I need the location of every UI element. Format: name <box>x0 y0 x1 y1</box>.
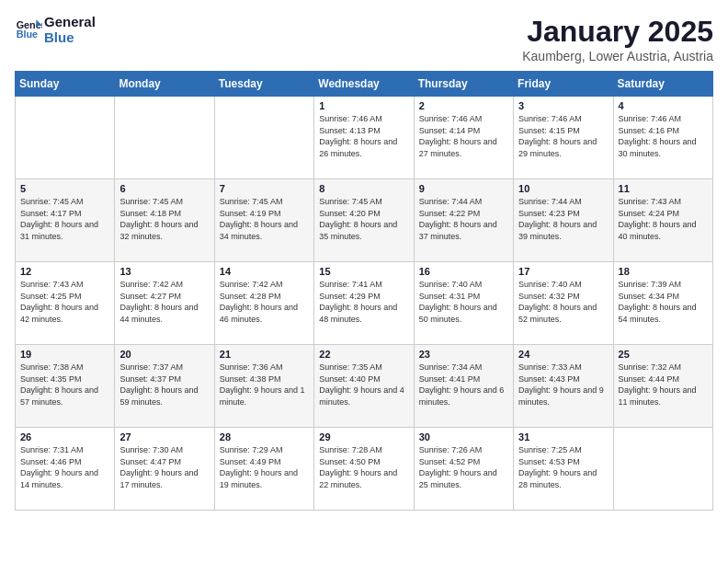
calendar-cell: 1Sunrise: 7:46 AM Sunset: 4:13 PM Daylig… <box>314 97 414 179</box>
day-number: 1 <box>319 100 408 111</box>
day-number: 18 <box>619 266 708 277</box>
cell-content: Sunrise: 7:43 AM Sunset: 4:25 PM Dayligh… <box>20 279 109 325</box>
day-header-tuesday: Tuesday <box>214 72 313 97</box>
day-number: 27 <box>119 431 209 442</box>
cell-content: Sunrise: 7:44 AM Sunset: 4:23 PM Dayligh… <box>518 196 608 242</box>
day-number: 24 <box>518 349 608 360</box>
day-number: 12 <box>20 266 109 277</box>
month-title: January 2025 <box>522 15 713 49</box>
logo-blue: Blue <box>44 30 96 46</box>
cell-content: Sunrise: 7:36 AM Sunset: 4:38 PM Dayligh… <box>220 362 309 408</box>
cell-content: Sunrise: 7:46 AM Sunset: 4:16 PM Dayligh… <box>619 113 708 159</box>
days-header-row: SundayMondayTuesdayWednesdayThursdayFrid… <box>16 72 713 97</box>
calendar-cell: 25Sunrise: 7:32 AM Sunset: 4:44 PM Dayli… <box>613 345 712 428</box>
calendar-cell: 18Sunrise: 7:39 AM Sunset: 4:34 PM Dayli… <box>613 262 712 345</box>
cell-content: Sunrise: 7:34 AM Sunset: 4:41 PM Dayligh… <box>419 362 508 408</box>
day-number: 4 <box>619 100 708 111</box>
calendar-cell: 10Sunrise: 7:44 AM Sunset: 4:23 PM Dayli… <box>514 179 613 262</box>
calendar-cell: 2Sunrise: 7:46 AM Sunset: 4:14 PM Daylig… <box>414 97 513 179</box>
cell-content: Sunrise: 7:45 AM Sunset: 4:18 PM Dayligh… <box>119 196 209 242</box>
calendar-cell: 20Sunrise: 7:37 AM Sunset: 4:37 PM Dayli… <box>115 345 214 428</box>
cell-content: Sunrise: 7:42 AM Sunset: 4:28 PM Dayligh… <box>220 279 309 325</box>
cell-content: Sunrise: 7:40 AM Sunset: 4:32 PM Dayligh… <box>518 279 608 325</box>
cell-content: Sunrise: 7:44 AM Sunset: 4:22 PM Dayligh… <box>419 196 508 242</box>
calendar-cell: 11Sunrise: 7:43 AM Sunset: 4:24 PM Dayli… <box>613 179 712 262</box>
calendar-week-row: 5Sunrise: 7:45 AM Sunset: 4:17 PM Daylig… <box>16 179 713 262</box>
calendar-cell: 31Sunrise: 7:25 AM Sunset: 4:53 PM Dayli… <box>514 428 613 511</box>
cell-content: Sunrise: 7:31 AM Sunset: 4:46 PM Dayligh… <box>20 444 109 490</box>
day-number: 26 <box>20 431 109 442</box>
day-number: 31 <box>518 431 608 442</box>
calendar-cell: 29Sunrise: 7:28 AM Sunset: 4:50 PM Dayli… <box>314 428 414 511</box>
day-number: 14 <box>220 266 309 277</box>
calendar-table: SundayMondayTuesdayWednesdayThursdayFrid… <box>15 71 713 511</box>
cell-content: Sunrise: 7:35 AM Sunset: 4:40 PM Dayligh… <box>319 362 408 408</box>
day-number: 8 <box>319 183 408 194</box>
calendar-cell: 3Sunrise: 7:46 AM Sunset: 4:15 PM Daylig… <box>514 97 613 179</box>
cell-content: Sunrise: 7:42 AM Sunset: 4:27 PM Dayligh… <box>119 279 209 325</box>
calendar-cell: 8Sunrise: 7:45 AM Sunset: 4:20 PM Daylig… <box>314 179 414 262</box>
cell-content: Sunrise: 7:46 AM Sunset: 4:15 PM Dayligh… <box>518 113 608 159</box>
day-number: 2 <box>419 100 508 111</box>
cell-content: Sunrise: 7:30 AM Sunset: 4:47 PM Dayligh… <box>119 444 209 490</box>
cell-content: Sunrise: 7:45 AM Sunset: 4:17 PM Dayligh… <box>20 196 109 242</box>
cell-content: Sunrise: 7:40 AM Sunset: 4:31 PM Dayligh… <box>419 279 508 325</box>
day-header-saturday: Saturday <box>613 72 712 97</box>
calendar-cell: 7Sunrise: 7:45 AM Sunset: 4:19 PM Daylig… <box>214 179 313 262</box>
cell-content: Sunrise: 7:26 AM Sunset: 4:52 PM Dayligh… <box>419 444 508 490</box>
day-number: 10 <box>518 183 608 194</box>
day-number: 17 <box>518 266 608 277</box>
day-number: 13 <box>119 266 209 277</box>
cell-content: Sunrise: 7:38 AM Sunset: 4:35 PM Dayligh… <box>20 362 109 408</box>
day-header-wednesday: Wednesday <box>314 72 414 97</box>
logo-general: General <box>44 15 96 30</box>
day-number: 23 <box>419 349 508 360</box>
calendar-cell: 19Sunrise: 7:38 AM Sunset: 4:35 PM Dayli… <box>16 345 115 428</box>
calendar-cell: 6Sunrise: 7:45 AM Sunset: 4:18 PM Daylig… <box>115 179 214 262</box>
day-number: 25 <box>619 349 708 360</box>
calendar-cell: 23Sunrise: 7:34 AM Sunset: 4:41 PM Dayli… <box>414 345 513 428</box>
calendar-cell: 27Sunrise: 7:30 AM Sunset: 4:47 PM Dayli… <box>115 428 214 511</box>
calendar-week-row: 12Sunrise: 7:43 AM Sunset: 4:25 PM Dayli… <box>16 262 713 345</box>
calendar-cell: 13Sunrise: 7:42 AM Sunset: 4:27 PM Dayli… <box>115 262 214 345</box>
day-number: 3 <box>518 100 608 111</box>
cell-content: Sunrise: 7:29 AM Sunset: 4:49 PM Dayligh… <box>220 444 309 490</box>
location-title: Kaumberg, Lower Austria, Austria <box>522 49 713 63</box>
title-section: January 2025 Kaumberg, Lower Austria, Au… <box>522 15 713 63</box>
cell-content: Sunrise: 7:32 AM Sunset: 4:44 PM Dayligh… <box>619 362 708 408</box>
day-number: 30 <box>419 431 508 442</box>
calendar-cell: 30Sunrise: 7:26 AM Sunset: 4:52 PM Dayli… <box>414 428 513 511</box>
day-header-friday: Friday <box>514 72 613 97</box>
day-number: 16 <box>419 266 508 277</box>
cell-content: Sunrise: 7:46 AM Sunset: 4:13 PM Dayligh… <box>319 113 408 159</box>
calendar-cell: 26Sunrise: 7:31 AM Sunset: 4:46 PM Dayli… <box>16 428 115 511</box>
day-number: 15 <box>319 266 408 277</box>
calendar-cell: 5Sunrise: 7:45 AM Sunset: 4:17 PM Daylig… <box>16 179 115 262</box>
cell-content: Sunrise: 7:39 AM Sunset: 4:34 PM Dayligh… <box>619 279 708 325</box>
day-header-monday: Monday <box>115 72 214 97</box>
cell-content: Sunrise: 7:43 AM Sunset: 4:24 PM Dayligh… <box>619 196 708 242</box>
day-number: 6 <box>119 183 209 194</box>
calendar-week-row: 26Sunrise: 7:31 AM Sunset: 4:46 PM Dayli… <box>16 428 713 511</box>
day-number: 19 <box>20 349 109 360</box>
cell-content: Sunrise: 7:28 AM Sunset: 4:50 PM Dayligh… <box>319 444 408 490</box>
logo-icon: General Blue <box>15 17 42 44</box>
calendar-cell: 28Sunrise: 7:29 AM Sunset: 4:49 PM Dayli… <box>214 428 313 511</box>
calendar-cell <box>613 428 712 511</box>
cell-content: Sunrise: 7:41 AM Sunset: 4:29 PM Dayligh… <box>319 279 408 325</box>
day-number: 29 <box>319 431 408 442</box>
page-header: General Blue General Blue January 2025 K… <box>15 15 713 63</box>
day-number: 9 <box>419 183 508 194</box>
calendar-cell <box>16 97 115 179</box>
cell-content: Sunrise: 7:45 AM Sunset: 4:19 PM Dayligh… <box>220 196 309 242</box>
cell-content: Sunrise: 7:33 AM Sunset: 4:43 PM Dayligh… <box>518 362 608 408</box>
calendar-cell: 9Sunrise: 7:44 AM Sunset: 4:22 PM Daylig… <box>414 179 513 262</box>
calendar-cell: 22Sunrise: 7:35 AM Sunset: 4:40 PM Dayli… <box>314 345 414 428</box>
logo: General Blue General Blue <box>15 15 96 45</box>
calendar-cell: 24Sunrise: 7:33 AM Sunset: 4:43 PM Dayli… <box>514 345 613 428</box>
cell-content: Sunrise: 7:46 AM Sunset: 4:14 PM Dayligh… <box>419 113 508 159</box>
day-number: 20 <box>119 349 209 360</box>
day-number: 7 <box>220 183 309 194</box>
calendar-week-row: 1Sunrise: 7:46 AM Sunset: 4:13 PM Daylig… <box>16 97 713 179</box>
calendar-cell: 21Sunrise: 7:36 AM Sunset: 4:38 PM Dayli… <box>214 345 313 428</box>
